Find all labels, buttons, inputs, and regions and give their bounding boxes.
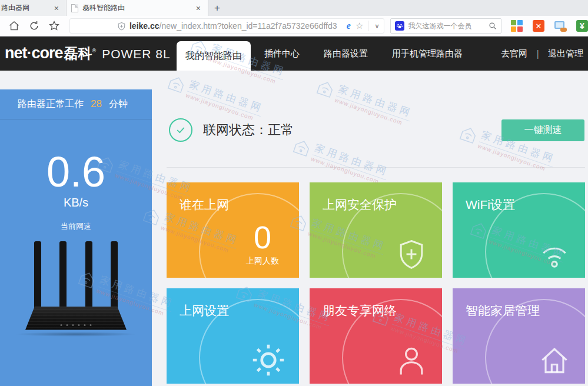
online-count-label: 上网人数: [234, 256, 291, 267]
speed-unit: KB/s: [0, 196, 152, 209]
router-nav-bar: net·core 磊科 ® POWER 8L 我的智能路由 插件中心 路由器设置…: [0, 36, 588, 71]
tile-security-protection[interactable]: 上网安全保护: [310, 182, 442, 278]
browser-toolbar: leike.cc/new_index.htm?token_id=11a2f7a5…: [0, 16, 588, 36]
tools-icon[interactable]: ✕: [533, 20, 544, 32]
logout-link[interactable]: 退出管理: [548, 48, 583, 58]
rebate-money-icon[interactable]: ¥: [576, 20, 588, 32]
favorites-star-icon[interactable]: [48, 20, 60, 32]
tile-smart-home[interactable]: 智能家居管理: [453, 288, 585, 384]
ie-compat-icon[interactable]: e: [347, 21, 351, 31]
nav-item-router-settings[interactable]: 路由器设置: [324, 48, 368, 59]
divider: ｜: [533, 48, 542, 58]
uptime-unit: 分钟: [109, 98, 128, 111]
status-sidebar: 路由器正常工作 28 分钟 0.6 KB/s 当前网速: [0, 89, 152, 386]
nav-item-my-smart-router[interactable]: 我的智能路由: [177, 41, 251, 71]
address-bar[interactable]: leike.cc/new_index.htm?token_id=11a2f7a5…: [69, 18, 384, 34]
url-text[interactable]: leike.cc/new_index.htm?token_id=11a2f7a5…: [129, 21, 337, 31]
browser-window: 路由器网 × 磊科智能路由 × + leike.cc/new_index.htm…: [0, 0, 588, 386]
security-shield-icon: [117, 22, 126, 31]
status-text: 联网状态：正常: [203, 121, 294, 139]
registered-mark: ®: [92, 48, 97, 54]
shield-plus-icon: [394, 237, 429, 272]
connection-status: 联网状态：正常: [169, 118, 294, 142]
browser-tab-router-site[interactable]: 路由器网 ×: [0, 0, 67, 16]
tab-close-icon[interactable]: ×: [194, 4, 203, 13]
search-placeholder: 我欠这游戏一个会员: [408, 21, 489, 31]
router-shadow: [15, 332, 137, 337]
router-body: [25, 307, 127, 330]
url-dropdown-icon[interactable]: ∨: [372, 22, 381, 30]
search-icon[interactable]: [489, 22, 497, 30]
router-leds: [61, 324, 92, 326]
tile-internet-settings[interactable]: 上网设置: [167, 288, 299, 384]
router-dashboard: 路由器正常工作 28 分钟 0.6 KB/s 当前网速: [0, 71, 588, 386]
tile-wifi-settings[interactable]: WiFi设置: [453, 182, 585, 278]
person-icon: [394, 342, 429, 378]
router-antennas: [25, 241, 127, 308]
online-count: 0 上网人数: [234, 221, 291, 267]
official-site-link[interactable]: 去官网: [501, 48, 527, 58]
home-icon: [537, 342, 572, 378]
browser-tab-bar: 路由器网 × 磊科智能路由 × +: [0, 0, 588, 16]
online-count-value: 0: [254, 219, 271, 255]
tile-who-is-online[interactable]: 谁在上网 0 上网人数: [167, 182, 299, 278]
logo-model: POWER 8L: [102, 47, 171, 61]
screenshot-game-icon[interactable]: [554, 20, 566, 32]
apps-grid-icon[interactable]: [511, 20, 523, 32]
netcore-logo: net·core 磊科 ® POWER 8L: [0, 44, 177, 63]
home-icon[interactable]: [8, 20, 20, 32]
wifi-icon: [537, 237, 572, 272]
uptime-value: 28: [91, 98, 102, 110]
url-path: /new_index.htm?token_id=11a2f7a5732e66df…: [160, 21, 337, 31]
logo-brand-cn: 磊科: [64, 44, 92, 63]
nav-links: 去官网 ｜ 退出管理: [501, 48, 588, 59]
browser-tab-active[interactable]: 磊科智能路由 ×: [67, 0, 208, 16]
uptime-row: 路由器正常工作 28 分钟: [0, 89, 152, 119]
browser-extension-icons: ✕ ¥: [511, 20, 588, 32]
nav-menu: 我的智能路由 插件中心 路由器设置 用手机管理路由器: [177, 36, 501, 71]
main-panel: 联网状态：正常 一键测速 谁在上网 0 上网人数 上网安全保护: [167, 71, 585, 386]
logo-brand: net·core: [5, 44, 63, 62]
baidu-logo-icon: [395, 21, 404, 31]
divider: [167, 167, 585, 168]
speed-value: 0.6: [0, 150, 152, 195]
nav-item-plugin-center[interactable]: 插件中心: [264, 48, 300, 59]
check-circle-icon: [169, 118, 192, 142]
feature-tiles: 谁在上网 0 上网人数 上网安全保护 WiFi设置: [167, 182, 585, 384]
divider: [368, 21, 368, 31]
gear-icon: [251, 342, 286, 378]
new-tab-button[interactable]: +: [208, 0, 226, 16]
search-input[interactable]: 我欠这游戏一个会员: [390, 18, 501, 34]
tab-title: 磊科智能路由: [82, 3, 194, 13]
current-speed: 0.6 KB/s 当前网速: [0, 150, 152, 232]
page-icon: [71, 4, 78, 12]
uptime-prefix: 路由器正常工作: [18, 98, 84, 111]
refresh-icon[interactable]: [28, 20, 40, 32]
nav-item-manage-by-phone[interactable]: 用手机管理路由器: [392, 48, 463, 59]
speed-test-button[interactable]: 一键测速: [501, 119, 584, 141]
tab-close-icon[interactable]: ×: [52, 4, 61, 13]
speed-label: 当前网速: [0, 221, 152, 232]
url-host: leike.cc: [129, 21, 160, 31]
bookmark-star-icon[interactable]: ☆: [356, 21, 363, 31]
tab-title: 路由器网: [1, 3, 52, 13]
router-illustration: [0, 241, 152, 337]
tile-friends-network[interactable]: 朋友专享网络: [310, 288, 442, 384]
